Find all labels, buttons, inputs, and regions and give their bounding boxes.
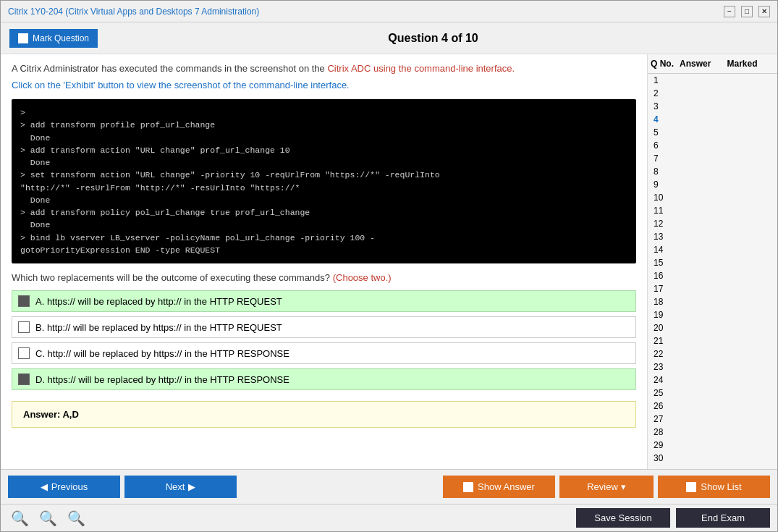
next-button[interactable]: Next ▶	[124, 476, 237, 498]
sidebar-row-6[interactable]: 6	[648, 139, 777, 152]
show-list-check-icon	[686, 482, 696, 492]
prev-arrow-icon: ◀	[41, 481, 48, 492]
option-d-label: D. https:// will be replaced by http:// …	[35, 374, 289, 385]
sidebar-row-5[interactable]: 5	[648, 126, 777, 139]
sidebar-row-8[interactable]: 8	[648, 165, 777, 178]
show-answer-button[interactable]: Show Answer	[443, 476, 555, 498]
option-a[interactable]: A. https:// will be replaced by http:// …	[12, 290, 636, 312]
terminal-line: > bind lb vserver LB_vserver -policyName…	[20, 232, 627, 244]
sidebar-row-9[interactable]: 9	[648, 178, 777, 191]
sidebar-col-answer: Answer	[680, 59, 727, 69]
option-b[interactable]: B. http:// will be replaced by https:// …	[12, 316, 636, 338]
exhibit-keyword: Exhibit	[65, 80, 93, 90]
window-controls: − □ ✕	[724, 6, 770, 17]
main-area: A Citrix Administrator has executed the …	[1, 54, 777, 469]
answer-options: A. https:// will be replaced by http:// …	[12, 290, 636, 390]
checkbox-c[interactable]	[18, 347, 30, 359]
sidebar-scroll[interactable]: 1 2 3 4 5 6 7 8 9 10 11 12 13 14 15 16 1…	[648, 74, 777, 469]
review-dropdown-icon: ▾	[621, 481, 626, 492]
sidebar-row-2[interactable]: 2	[648, 87, 777, 100]
sidebar-row-23[interactable]: 23	[648, 360, 777, 373]
sidebar-row-30[interactable]: 30	[648, 452, 777, 465]
sidebar-row-11[interactable]: 11	[648, 204, 777, 217]
bookmark-icon	[18, 33, 28, 43]
show-answer-icon	[463, 482, 473, 492]
terminal-line: Done	[20, 219, 627, 231]
sidebar-row-10[interactable]: 10	[648, 191, 777, 204]
sidebar-row-22[interactable]: 22	[648, 347, 777, 360]
session-controls: Save Session End Exam	[576, 508, 770, 528]
sidebar-col-marked: Marked	[727, 59, 775, 69]
sidebar-row-19[interactable]: 19	[648, 308, 777, 321]
show-list-button[interactable]: Show List	[658, 476, 770, 498]
terminal-line: Done	[20, 156, 627, 169]
toolbar: Mark Question Question 4 of 10	[1, 22, 777, 54]
content-area: A Citrix Administrator has executed the …	[1, 54, 647, 469]
answer-box: Answer: A,D	[12, 401, 636, 428]
sidebar-row-1[interactable]: 1	[648, 74, 777, 87]
sidebar-header: Q No. Answer Marked	[648, 54, 777, 74]
zoom-in-button[interactable]: 🔍	[8, 508, 32, 528]
end-exam-button[interactable]: End Exam	[676, 508, 770, 528]
highlight-citrix-adc: Citrix ADC using the command-line interf…	[327, 63, 515, 74]
sidebar-row-21[interactable]: 21	[648, 334, 777, 347]
q-num-1: 1	[651, 75, 680, 85]
window-title: Citrix 1Y0-204 (Citrix Virtual Apps and …	[8, 7, 259, 17]
exhibit-link[interactable]: Click on the 'Exhibit' button to view th…	[12, 80, 636, 90]
question-title: Question 4 of 10	[98, 32, 769, 45]
save-session-button[interactable]: Save Session	[576, 508, 670, 528]
sidebar-row-18[interactable]: 18	[648, 295, 777, 308]
sidebar-row-27[interactable]: 27	[648, 413, 777, 426]
sidebar-row-14[interactable]: 14	[648, 243, 777, 256]
option-d[interactable]: D. https:// will be replaced by http:// …	[12, 368, 636, 390]
show-answer-label: Show Answer	[478, 481, 535, 492]
terminal-line: >	[20, 106, 627, 119]
sidebar-row-15[interactable]: 15	[648, 256, 777, 269]
sidebar-row-17[interactable]: 17	[648, 282, 777, 295]
minimize-button[interactable]: −	[724, 6, 735, 17]
close-button[interactable]: ✕	[758, 6, 770, 17]
checkbox-a[interactable]	[18, 295, 30, 307]
sidebar-row-26[interactable]: 26	[648, 400, 777, 413]
sidebar-row-13[interactable]: 13	[648, 230, 777, 243]
terminal-line: > add transform policy pol_url_change tr…	[20, 206, 627, 219]
sidebar-row-28[interactable]: 28	[648, 426, 777, 439]
terminal-line: > add transform profile prof_url_change	[20, 119, 627, 131]
option-b-label: B. http:// will be replaced by https:// …	[35, 322, 282, 333]
sidebar-row-4[interactable]: 4	[648, 113, 777, 126]
review-label: Review	[587, 481, 618, 492]
title-bar: Citrix 1Y0-204 (Citrix Virtual Apps and …	[1, 1, 777, 22]
sidebar-row-7[interactable]: 7	[648, 152, 777, 165]
option-c-label: C. http:// will be replaced by https:// …	[35, 348, 289, 359]
review-button[interactable]: Review ▾	[559, 476, 654, 498]
show-list-label: Show List	[701, 481, 741, 492]
previous-button[interactable]: ◀ Previous	[8, 476, 120, 498]
zoom-bar: 🔍 🔍 🔍 Save Session End Exam	[1, 504, 777, 531]
option-c[interactable]: C. http:// will be replaced by https:// …	[12, 342, 636, 364]
sidebar-row-24[interactable]: 24	[648, 373, 777, 387]
choose-text: Which two replacements will be the outco…	[12, 272, 636, 283]
question-line1: A Citrix Administrator has executed the …	[12, 63, 636, 74]
sidebar-row-29[interactable]: 29	[648, 439, 777, 452]
checkbox-d[interactable]	[18, 373, 30, 385]
main-window: Citrix 1Y0-204 (Citrix Virtual Apps and …	[0, 0, 778, 532]
maximize-button[interactable]: □	[741, 6, 753, 17]
mark-question-button[interactable]: Mark Question	[9, 29, 98, 48]
sidebar-row-20[interactable]: 20	[648, 321, 777, 334]
sidebar-row-16[interactable]: 16	[648, 269, 777, 282]
sidebar-col-qno: Q No.	[651, 59, 680, 69]
checkbox-b[interactable]	[18, 321, 30, 333]
zoom-out-button[interactable]: 🔍	[64, 508, 88, 528]
next-arrow-icon: ▶	[188, 481, 195, 492]
bottom-bar: ◀ Previous Next ▶ Show Answer Review ▾ S…	[1, 469, 777, 504]
zoom-reset-button[interactable]: 🔍	[36, 508, 60, 528]
option-a-label: A. https:// will be replaced by http:// …	[35, 296, 282, 307]
terminal-line: Done	[20, 132, 627, 144]
terminal-line: "http://*" -resUrlFrom "http://*" -resUr…	[20, 182, 627, 194]
sidebar-row-25[interactable]: 25	[648, 387, 777, 400]
previous-label: Previous	[51, 481, 88, 492]
zoom-controls: 🔍 🔍 🔍	[8, 508, 88, 528]
sidebar-row-3[interactable]: 3	[648, 100, 777, 113]
terminal-line: gotoPriorityExpression END -type REQUEST	[20, 244, 627, 256]
sidebar-row-12[interactable]: 12	[648, 217, 777, 230]
